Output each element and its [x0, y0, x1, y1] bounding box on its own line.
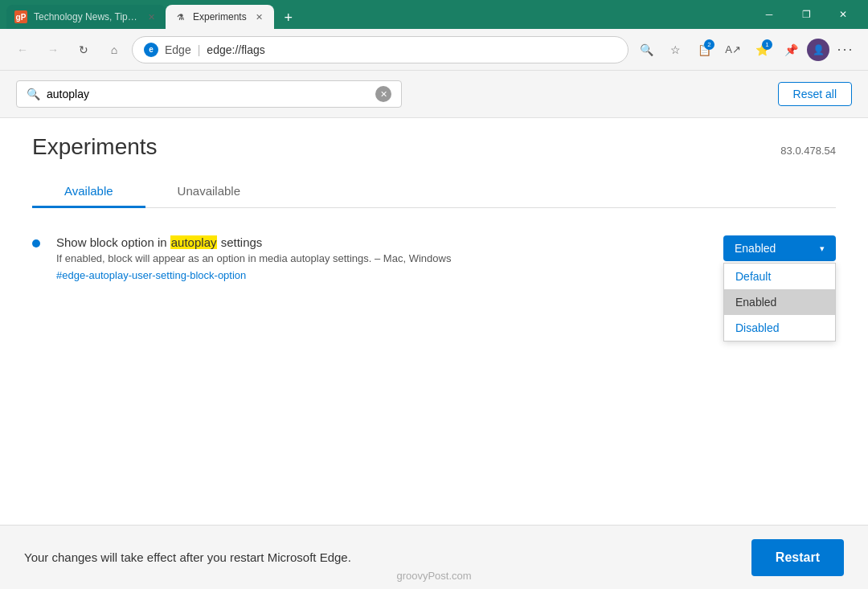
address-url: edge://flags — [207, 43, 264, 56]
refresh-icon: ↻ — [79, 43, 88, 56]
edge-logo-icon: e — [144, 43, 158, 57]
collections-badge: 2 — [704, 39, 714, 50]
forward-button[interactable]: → — [40, 37, 66, 63]
option-default[interactable]: Default — [724, 264, 835, 289]
title-bar: gP Technology News, Tips, Reviews... ✕ ⚗… — [0, 0, 868, 29]
flag-title-after: settings — [217, 235, 262, 249]
profile-avatar[interactable]: 👤 — [807, 39, 829, 61]
avatar-icon: 👤 — [813, 44, 825, 55]
page-title: Experiments — [32, 134, 158, 160]
flag-link[interactable]: #edge-autoplay-user-setting-block-option — [56, 269, 246, 281]
nav-bar: ← → ↻ ⌂ e Edge | edge://flags 🔍 ☆ 📋 2 A↗… — [0, 29, 868, 71]
more-menu-button[interactable]: ··· — [833, 37, 858, 63]
tab1-close[interactable]: ✕ — [145, 10, 158, 23]
minimize-button[interactable]: ─ — [751, 0, 788, 29]
experiments-container: Experiments 83.0.478.54 Available Unavai… — [0, 118, 868, 306]
experiments-header: Experiments 83.0.478.54 — [32, 134, 836, 160]
home-icon: ⌂ — [111, 43, 117, 56]
window-controls: ─ ❐ ✕ — [751, 0, 862, 29]
favorites-button[interactable]: ☆ — [662, 37, 688, 63]
tab2-favicon: ⚗ — [174, 10, 186, 23]
flag-control: Enabled ▾ Default Enabled Disabled — [723, 235, 836, 261]
tab1-label: Technology News, Tips, Reviews... — [34, 11, 138, 22]
search-icon: 🔍 — [640, 43, 653, 56]
tab2-close[interactable]: ✕ — [253, 10, 266, 23]
address-label: Edge — [165, 43, 191, 56]
flag-title-before: Show block option in — [56, 235, 170, 249]
restart-button[interactable]: Restart — [751, 539, 844, 576]
flag-dropdown-menu: Default Enabled Disabled — [723, 263, 836, 342]
search-input[interactable] — [47, 88, 369, 100]
flag-current-value: Enabled — [735, 242, 776, 255]
flag-active-indicator — [32, 239, 40, 247]
reset-all-button[interactable]: Reset all — [778, 82, 852, 106]
read-aloud-button[interactable]: A↗ — [720, 37, 746, 63]
pin-button[interactable]: 📌 — [778, 37, 804, 63]
main-content: Experiments 83.0.478.54 Available Unavai… — [0, 118, 868, 572]
home-button[interactable]: ⌂ — [101, 37, 127, 63]
refresh-button[interactable]: ↻ — [71, 37, 96, 63]
tab-available[interactable]: Available — [32, 176, 145, 208]
tab2-label: Experiments — [193, 11, 247, 22]
flag-title-highlight: autoplay — [170, 235, 218, 249]
option-disabled[interactable]: Disabled — [724, 315, 835, 341]
tab1-favicon: gP — [14, 10, 27, 23]
flags-search-box[interactable]: 🔍 ✕ — [16, 80, 402, 108]
browser-tab-1[interactable]: gP Technology News, Tips, Reviews... ✕ — [6, 5, 166, 29]
more-icon: ··· — [837, 41, 854, 58]
experiments-tab-nav: Available Unavailable — [32, 176, 836, 208]
watermark-text: groovyPost.com — [396, 570, 471, 582]
clear-search-button[interactable]: ✕ — [375, 86, 391, 102]
version-number: 83.0.478.54 — [780, 145, 836, 157]
pin-icon: 📌 — [784, 43, 798, 56]
browser-tab-2[interactable]: ⚗ Experiments ✕ — [166, 5, 274, 29]
restore-button[interactable]: ❐ — [788, 0, 825, 29]
forward-icon: → — [47, 43, 59, 56]
option-enabled[interactable]: Enabled — [724, 289, 835, 315]
read-icon: A↗ — [725, 43, 741, 55]
search-button[interactable]: 🔍 — [633, 37, 659, 63]
flag-content: Show block option in autoplay settings I… — [56, 235, 707, 282]
clear-icon: ✕ — [380, 89, 387, 100]
new-tab-button[interactable]: + — [277, 6, 300, 29]
flag-dropdown-button[interactable]: Enabled ▾ — [723, 235, 836, 261]
nav-right-buttons: 🔍 ☆ 📋 2 A↗ ⭐ 1 📌 👤 ··· — [633, 37, 858, 63]
search-area: 🔍 ✕ Reset all — [0, 71, 868, 118]
tab-unavailable[interactable]: Unavailable — [145, 176, 272, 208]
tab-bar: gP Technology News, Tips, Reviews... ✕ ⚗… — [6, 0, 741, 29]
search-magnifier-icon: 🔍 — [27, 88, 40, 100]
address-separator: | — [198, 43, 201, 56]
flag-description: If enabled, block will appear as an opti… — [56, 252, 707, 264]
address-bar[interactable]: e Edge | edge://flags — [132, 36, 628, 63]
dropdown-arrow-icon: ▾ — [820, 243, 825, 254]
back-button[interactable]: ← — [10, 37, 35, 63]
star-icon: ☆ — [670, 43, 681, 56]
immersive-reader-button[interactable]: ⭐ 1 — [749, 37, 775, 63]
flag-title: Show block option in autoplay settings — [56, 235, 707, 249]
restart-notice: Your changes will take effect after you … — [24, 550, 351, 564]
reader-badge: 1 — [762, 39, 772, 50]
bottom-bar: Your changes will take effect after you … — [0, 525, 868, 589]
close-button[interactable]: ✕ — [825, 0, 862, 29]
back-icon: ← — [17, 43, 28, 56]
collections-button[interactable]: 📋 2 — [691, 37, 717, 63]
flag-item: Show block option in autoplay settings I… — [32, 227, 836, 290]
